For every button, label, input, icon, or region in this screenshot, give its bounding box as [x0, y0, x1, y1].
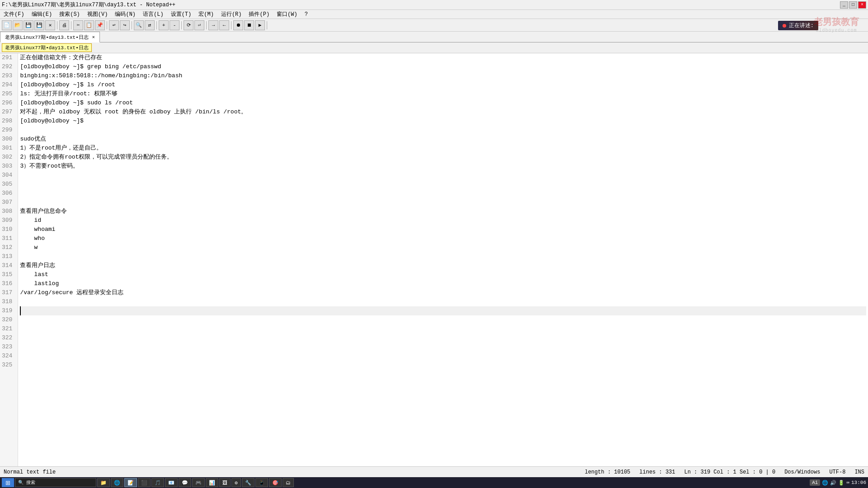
editor-line-299 [20, 126, 866, 135]
window-controls[interactable]: _ □ × [840, 1, 866, 9]
editor-line-325 [20, 361, 866, 370]
live-indicator: 正在讲述: [778, 21, 818, 30]
line-number-313: 313 [2, 252, 16, 261]
line-number-318: 318 [2, 297, 16, 306]
minimize-button[interactable]: _ [840, 1, 848, 9]
watermark: 老男孩教育 oldboyedu.com [814, 14, 859, 33]
editor-line-298: [oldboy@oldboy ~]$ [20, 117, 866, 126]
new-button[interactable]: 📄 [2, 20, 12, 30]
undo-button[interactable]: ↩ [109, 20, 119, 30]
encoding-label: UTF-8 [829, 469, 845, 475]
menu-view[interactable]: 视图(V) [85, 10, 110, 18]
taskbar-app8[interactable]: 🔧 [242, 478, 255, 487]
toolbar-sep7 [206, 21, 207, 29]
copy-button[interactable]: 📋 [84, 20, 94, 30]
menu-window[interactable]: 窗口(W) [275, 10, 299, 18]
taskbar-app10[interactable]: 🎯 [269, 478, 282, 487]
tab-close[interactable]: ✕ [92, 34, 95, 40]
taskbar-chrome[interactable]: 🌐 [111, 478, 123, 487]
save-button[interactable]: 💾 [24, 20, 33, 30]
menu-plugins[interactable]: 插件(P) [247, 10, 271, 18]
taskbar-app9[interactable]: 📱 [255, 478, 268, 487]
editor-line-321 [20, 324, 866, 333]
taskbar-file-explorer[interactable]: 📁 [97, 478, 110, 487]
keyboard-icon: ⌨ [846, 480, 849, 486]
taskbar-ai-label: Ai [810, 479, 820, 486]
open-button[interactable]: 📂 [13, 20, 23, 30]
editor-line-317: /var/log/secure 远程登录安全日志 [20, 288, 866, 297]
line-number-302: 302 [2, 153, 16, 162]
line-number-306: 306 [2, 189, 16, 198]
taskbar-terminal[interactable]: ⬛ [138, 478, 151, 487]
line-number-307: 307 [2, 198, 16, 207]
taskbar-notepad[interactable]: 📝 [124, 478, 137, 487]
taskbar-app4[interactable]: 🎮 [192, 478, 205, 487]
editor-line-301: 1）不是root用户，还是自己。 [20, 144, 866, 153]
line-number-319: 319 [2, 306, 16, 315]
line-number-311: 311 [2, 234, 16, 243]
line-number-291: 291 [2, 53, 16, 62]
paste-button[interactable]: 📌 [95, 20, 105, 30]
menu-edit[interactable]: 编辑(E) [30, 10, 54, 18]
close-button2[interactable]: ✕ [45, 20, 55, 30]
maximize-button[interactable]: □ [849, 1, 857, 9]
indent-button[interactable]: → [208, 20, 218, 30]
find-button[interactable]: 🔍 [134, 20, 144, 30]
menu-encoding[interactable]: 编码(N) [113, 10, 137, 18]
menu-file[interactable]: 文件(F) [2, 10, 26, 18]
wrap-button[interactable]: ⏎ [194, 20, 204, 30]
menu-macro[interactable]: 宏(M) [197, 10, 216, 18]
menu-help[interactable]: ? [303, 11, 310, 18]
menu-run[interactable]: 运行(R) [219, 10, 244, 18]
toolbar-sep4 [132, 21, 132, 29]
print-button[interactable]: 🖨 [59, 20, 69, 30]
line-ending-label: Dos/Windows [784, 469, 820, 475]
toolbar-sep9 [267, 21, 267, 29]
line-number-294: 294 [2, 80, 16, 89]
editor-line-300: sudo优点 [20, 135, 866, 144]
editor-line-313 [20, 252, 866, 261]
save-all-button[interactable]: 💾 [34, 20, 44, 30]
tab-label: 老男孩Linux77期•day13.txt•日志 [5, 34, 89, 41]
outdent-button[interactable]: ← [219, 20, 229, 30]
taskbar-app2[interactable]: 📧 [165, 478, 178, 487]
editor-line-306 [20, 189, 866, 198]
taskbar-app1[interactable]: 🎵 [151, 478, 164, 487]
macro-record-button[interactable]: ⏺ [233, 20, 243, 30]
editor-line-302: 2）指定命令拥有root权限，可以完成管理员分配的任务。 [20, 153, 866, 162]
cut-button[interactable]: ✂ [73, 20, 83, 30]
line-number-316: 316 [2, 279, 16, 288]
line-number-303: 303 [2, 162, 16, 171]
editor-line-309: id [20, 216, 866, 225]
line-number-314: 314 [2, 261, 16, 270]
editor-line-291: 正在创建信箱文件：文件已存在 [20, 53, 866, 62]
macro-play-button[interactable]: ▶ [255, 20, 265, 30]
sync-button[interactable]: ⟳ [184, 20, 193, 30]
zoom-in-button[interactable]: + [159, 20, 169, 30]
menu-language[interactable]: 语言(L) [141, 10, 165, 18]
macro-stop-button[interactable]: ⏹ [244, 20, 254, 30]
line-number-309: 309 [2, 216, 16, 225]
redo-button[interactable]: ↪ [120, 20, 130, 30]
file-path-indicator[interactable]: 老男孩Linux77期•day13.txt•日志 [2, 43, 92, 52]
length-label: length : 10105 [585, 469, 630, 475]
replace-button[interactable]: ⇄ [145, 20, 155, 30]
status-bar: Normal text file length : 10105 lines : … [0, 466, 868, 477]
menu-settings[interactable]: 设置(T) [169, 10, 193, 18]
network-icon: 🌐 [822, 480, 828, 486]
taskbar-search[interactable]: 🔍 搜索 [15, 478, 96, 487]
editor-line-311: who [20, 234, 866, 243]
taskbar-app6[interactable]: 🖼 [219, 478, 231, 487]
file-tab[interactable]: 老男孩Linux77期•day13.txt•日志 ✕ [0, 32, 100, 42]
taskbar-app7[interactable]: ⚙ [231, 478, 241, 487]
editor-content[interactable]: 正在创建信箱文件：文件已存在[oldboy@oldboy ~]$ grep bi… [18, 53, 868, 477]
editor-line-314: 查看用户日志 [20, 261, 866, 270]
taskbar-app11[interactable]: 🗂 [283, 478, 294, 487]
close-button[interactable]: × [858, 1, 866, 9]
start-button[interactable]: ⊞ [2, 478, 14, 487]
taskbar-app5[interactable]: 📊 [206, 478, 218, 487]
taskbar-app3[interactable]: 💬 [179, 478, 191, 487]
line-number-295: 295 [2, 89, 16, 99]
zoom-out-button[interactable]: - [170, 20, 179, 30]
menu-search[interactable]: 搜索(S) [57, 10, 82, 18]
